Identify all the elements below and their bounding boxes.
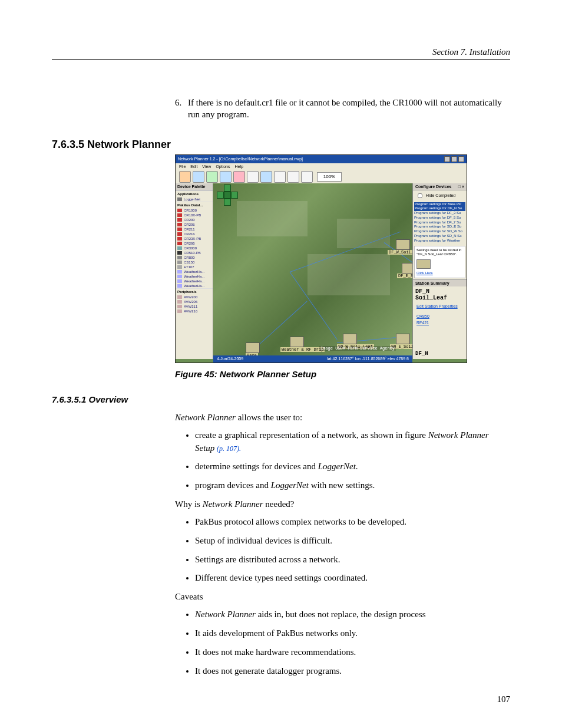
close-icon[interactable] (458, 156, 464, 162)
station-label-df-e: DF_E_Soil (397, 274, 412, 278)
arrow-up-icon[interactable] (224, 185, 231, 192)
palette-item[interactable]: CS150 (176, 260, 213, 265)
arrow-left-icon[interactable] (217, 192, 224, 199)
list-item[interactable]: Program settings for SD_N So (414, 234, 465, 239)
toolbar-paste-icon[interactable] (247, 171, 259, 183)
map-station[interactable] (246, 342, 260, 353)
device-icon (177, 275, 182, 278)
menu-options[interactable]: Options (216, 164, 230, 169)
group-pakbus[interactable]: PakBus Datal... (176, 202, 213, 208)
step-text: If there is no default.cr1 file or it ca… (188, 97, 510, 121)
palette-item[interactable]: CR510-PB (176, 251, 213, 255)
palette-item[interactable]: WeatherHa... (176, 269, 213, 274)
device-thumbnail-icon (416, 259, 431, 269)
palette-item[interactable]: CR211 (176, 227, 213, 232)
program-settings-list: Program settings for Base PP Program set… (413, 201, 467, 245)
palette-item[interactable]: CR10X-PB (176, 213, 213, 218)
list-item[interactable]: Program settings for Weather (414, 239, 465, 243)
toolbar-flag-icon[interactable] (301, 171, 313, 183)
device-link[interactable]: RF421 (416, 321, 429, 325)
map-station[interactable] (343, 334, 357, 344)
device-icon (177, 237, 182, 241)
map-station[interactable] (402, 263, 412, 274)
running-header: Section 7. Installation (432, 47, 510, 57)
palette-item[interactable]: WeatherHa... (176, 284, 213, 288)
device-icon (177, 251, 182, 255)
device-icon (177, 261, 182, 264)
hide-completed-checkbox[interactable] (418, 193, 422, 198)
toolbar-save-icon[interactable] (193, 171, 204, 183)
palette-item[interactable]: AVW211 (176, 304, 213, 309)
palette-item[interactable]: CR23X-PB (176, 236, 213, 241)
toolbar-copy-icon[interactable] (233, 171, 245, 183)
palette-item[interactable]: LoggerNet (176, 197, 213, 202)
list-item[interactable]: Program settings for Base PP (414, 202, 465, 207)
device-icon (177, 279, 182, 283)
bullet: Setup of individual devices is difficult… (195, 535, 510, 548)
list-item[interactable]: Program settings for DF_5 So (414, 216, 465, 220)
toolbar-cut-icon[interactable] (220, 171, 232, 183)
group-applications[interactable]: Applications (176, 190, 213, 197)
map-station[interactable] (396, 239, 410, 250)
toolbar-undo-icon[interactable] (260, 171, 272, 183)
nav-arrows[interactable] (217, 185, 238, 206)
device-icon (177, 295, 182, 299)
palette-item[interactable]: CR200 (176, 218, 213, 222)
map-station[interactable] (290, 337, 304, 347)
page-number: 107 (497, 694, 511, 704)
palette-item[interactable]: CR800 (176, 255, 213, 260)
palette-item[interactable]: CR206 (176, 222, 213, 227)
status-date: 4-Jun/24-2009 (217, 357, 243, 361)
hide-completed-label: Hide Completed (426, 193, 455, 197)
toolbar-redo-icon[interactable] (274, 171, 286, 183)
zoom-input[interactable]: 100% (317, 172, 342, 182)
palette-item[interactable]: AVW216 (176, 309, 213, 314)
bullet: create a graphical representation of a n… (195, 429, 510, 455)
palette-item[interactable]: CR216 (176, 232, 213, 236)
menu-edit[interactable]: Edit (190, 164, 197, 169)
bullet: Network Planner aids in, but does not re… (195, 608, 510, 621)
palette-item[interactable]: WeatherHa... (176, 274, 213, 279)
palette-item[interactable]: CR295 (176, 241, 213, 246)
palette-item[interactable]: WeatherHa... (176, 279, 213, 284)
list-item[interactable]: Program settings for SD_W So (414, 229, 465, 234)
network-map[interactable]: Base Weather & RF Drip SD_W_Soil_Leaf SD… (213, 183, 412, 359)
status-coords: lat 42.116287° lon -111.852689° elev 478… (327, 357, 409, 361)
device-icon (177, 223, 182, 226)
map-station[interactable] (396, 334, 410, 344)
click-here-link[interactable]: Click Here (416, 271, 463, 276)
palette-item[interactable]: AVW200 (176, 295, 213, 299)
caveats-heading: Caveats (175, 591, 510, 602)
menu-view[interactable]: View (202, 164, 211, 169)
device-palette-panel: Device Palette Applications LoggerNet Pa… (176, 183, 213, 359)
palette-item[interactable]: ET107 (176, 265, 213, 269)
list-item[interactable]: Program settings for SD_E So (414, 225, 465, 229)
edit-station-link[interactable]: Edit Station Properties (413, 303, 467, 309)
list-item[interactable]: Program settings for DF_7 So (414, 220, 465, 225)
toolbar-open-icon[interactable] (179, 171, 191, 183)
device-link[interactable]: CR850 (416, 314, 429, 318)
minimize-icon[interactable] (444, 156, 450, 162)
figure-caption: Figure 45: Network Planner Setup (175, 369, 510, 379)
station-label-weather: Weather & RF Drip (280, 347, 325, 352)
list-item[interactable]: Program settings for DF_3 So (414, 211, 465, 216)
arrow-right-icon[interactable] (231, 192, 238, 199)
palette-item[interactable]: AVW206 (176, 299, 213, 304)
arrow-down-icon[interactable] (224, 199, 231, 206)
page-ref-link[interactable]: (p. 107). (217, 444, 241, 453)
center-icon[interactable] (224, 192, 231, 199)
palette-item[interactable]: CR3000 (176, 246, 213, 251)
figure-network-planner-screenshot: Network Planner 1.2 - [C:\Campbellsci\Ne… (175, 154, 467, 363)
configure-title: Configure Devices (415, 185, 451, 189)
menu-file[interactable]: File (179, 164, 186, 169)
toolbar-pin-icon[interactable] (287, 171, 299, 183)
palette-item[interactable]: CR1000 (176, 208, 213, 213)
device-icon (177, 300, 182, 304)
list-item[interactable]: Program settings for DF_N So (414, 206, 465, 211)
group-peripherals[interactable]: Peripherals (176, 288, 213, 295)
toolbar-print-icon[interactable] (206, 171, 218, 183)
maximize-icon[interactable] (451, 156, 457, 162)
device-icon (177, 213, 182, 217)
menu-help[interactable]: Help (235, 164, 243, 169)
station-summary-title: Station Summary (413, 279, 467, 286)
